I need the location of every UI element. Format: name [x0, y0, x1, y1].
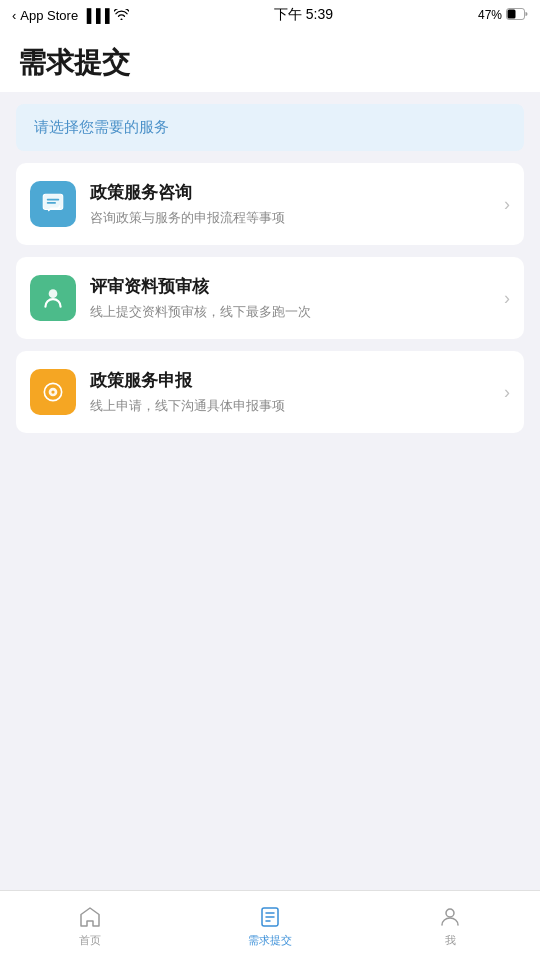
tab-home[interactable]: 首页: [0, 904, 180, 948]
service-desc-review-precheck: 线上提交资料预审核，线下最多跑一次: [90, 303, 490, 321]
page-title-area: 需求提交: [0, 30, 540, 92]
service-desc-policy-consult: 咨询政策与服务的申报流程等事项: [90, 209, 490, 227]
svg-point-14: [446, 909, 454, 917]
service-text-policy-apply: 政策服务申报 线上申请，线下沟通具体申报事项: [90, 369, 490, 415]
tab-me[interactable]: 我: [360, 904, 540, 948]
service-card-policy-apply[interactable]: 政策服务申报 线上申请，线下沟通具体申报事项 ›: [16, 351, 524, 433]
service-icon-policy-apply: [30, 369, 76, 415]
wifi-icon: [114, 8, 129, 23]
tab-submit[interactable]: 需求提交: [180, 904, 360, 948]
service-title-review-precheck: 评审资料预审核: [90, 275, 490, 298]
status-left: ‹ App Store ▐▐▐: [12, 8, 129, 23]
back-arrow: ‹: [12, 8, 16, 23]
signal-icon: ▐▐▐: [82, 8, 110, 23]
service-text-review-precheck: 评审资料预审核 线上提交资料预审核，线下最多跑一次: [90, 275, 490, 321]
tab-home-label: 首页: [79, 933, 101, 948]
svg-point-6: [49, 289, 58, 298]
status-time: 下午 5:39: [274, 6, 333, 24]
tab-home-icon: [77, 904, 103, 930]
service-text-policy-consult: 政策服务咨询 咨询政策与服务的申报流程等事项: [90, 181, 490, 227]
service-card-policy-consult[interactable]: 政策服务咨询 咨询政策与服务的申报流程等事项 ›: [16, 163, 524, 245]
app-store-label: App Store: [20, 8, 78, 23]
service-title-policy-apply: 政策服务申报: [90, 369, 490, 392]
tab-submit-icon: [257, 904, 283, 930]
tab-submit-label: 需求提交: [248, 933, 292, 948]
battery-percent: 47%: [478, 8, 502, 22]
battery-icon: [506, 8, 528, 23]
tab-me-label: 我: [445, 933, 456, 948]
page-title: 需求提交: [18, 44, 522, 82]
svg-point-9: [51, 390, 54, 393]
service-icon-policy-consult: [30, 181, 76, 227]
chevron-icon-policy-consult: ›: [504, 194, 510, 215]
service-icon-review-precheck: [30, 275, 76, 321]
tab-bar: 首页 需求提交 我: [0, 890, 540, 960]
cards-container: 政策服务咨询 咨询政策与服务的申报流程等事项 › 评审资料预审核 线上提交资料预…: [0, 151, 540, 433]
service-title-policy-consult: 政策服务咨询: [90, 181, 490, 204]
chevron-icon-review-precheck: ›: [504, 288, 510, 309]
tab-me-icon: [437, 904, 463, 930]
chevron-icon-policy-apply: ›: [504, 382, 510, 403]
svg-rect-1: [507, 9, 515, 18]
subtitle-banner: 请选择您需要的服务: [16, 104, 524, 151]
service-card-review-precheck[interactable]: 评审资料预审核 线上提交资料预审核，线下最多跑一次 ›: [16, 257, 524, 339]
status-bar: ‹ App Store ▐▐▐ 下午 5:39 47%: [0, 0, 540, 30]
service-desc-policy-apply: 线上申请，线下沟通具体申报事项: [90, 397, 490, 415]
status-right: 47%: [478, 8, 528, 23]
